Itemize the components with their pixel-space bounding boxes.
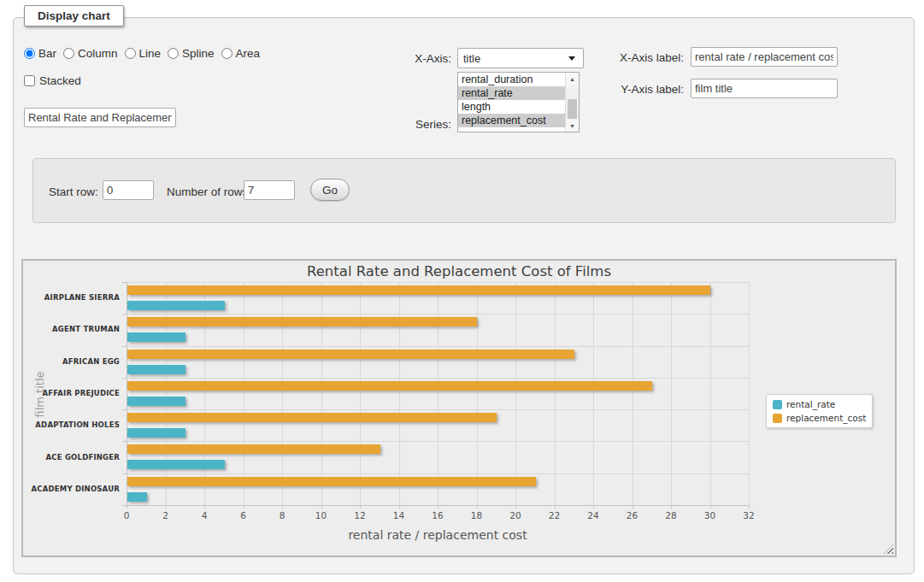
legend-item-replacement_cost[interactable]: replacement_cost: [773, 413, 866, 423]
series-option-rental_rate[interactable]: rental_rate: [458, 86, 565, 100]
radio-label: Line: [139, 47, 162, 60]
x-axis-label-label: X-Axis label:: [607, 51, 684, 64]
chart-title: Rental Rate and Replacement Cost of Film…: [23, 263, 895, 279]
chart-container: Rental Rate and Replacement Cost of Film…: [21, 259, 897, 557]
x-axis-line: [127, 505, 749, 506]
radio-label: Bar: [38, 47, 56, 60]
x-tick-label: 4: [202, 510, 208, 520]
start-row-label: Start row:: [49, 185, 98, 198]
chart-legend: rental_ratereplacement_cost: [766, 394, 873, 428]
grid-line-vertical: [749, 282, 750, 505]
bar-rental_rate: [127, 365, 185, 374]
series-option-replacement_cost[interactable]: replacement_cost: [458, 114, 565, 127]
grid-line-vertical: [515, 282, 516, 505]
grid-line-vertical: [593, 282, 594, 505]
scroll-up-icon[interactable]: ▲: [566, 73, 579, 85]
grid-line-horizontal: [127, 314, 749, 315]
y-axis-line: [127, 282, 127, 505]
radio-line-input[interactable]: [125, 48, 136, 59]
series-option-length[interactable]: length: [458, 100, 565, 114]
bar-rental_rate: [127, 460, 225, 469]
grid-line-horizontal: [127, 473, 749, 474]
bar-replacement_cost: [127, 413, 497, 422]
grid-line-horizontal: [127, 378, 749, 379]
category-label: AIRPLANE SIERRA: [24, 293, 120, 302]
scroll-down-icon[interactable]: ▼: [566, 120, 579, 132]
y-axis-title: film title: [33, 351, 46, 437]
bar-replacement_cost: [127, 444, 380, 454]
x-tick-label: 22: [549, 510, 560, 520]
bar-rental_rate: [127, 428, 185, 438]
chart-title-input[interactable]: [24, 108, 176, 127]
x-tick-label: 0: [124, 510, 130, 520]
bar-replacement_cost: [127, 350, 574, 359]
grid-line-vertical: [204, 282, 205, 505]
series-option-rental_duration[interactable]: rental_duration: [458, 73, 565, 86]
stacked-checkbox[interactable]: [24, 75, 35, 86]
category-label: AGENT TRUMAN: [24, 325, 120, 333]
series-list-label: Series:: [389, 118, 451, 131]
grid-line-vertical: [438, 282, 438, 505]
radio-label: Area: [236, 47, 261, 60]
x-tick-label: 2: [162, 510, 168, 520]
stacked-checkbox-row[interactable]: Stacked: [24, 74, 81, 87]
x-tick-label: 26: [627, 510, 638, 520]
radio-spline-input[interactable]: [168, 48, 179, 59]
legend-item-rental_rate[interactable]: rental_rate: [773, 399, 866, 409]
grid-line-vertical: [244, 282, 244, 505]
x-tick-label: 14: [393, 510, 404, 520]
grid-line-vertical: [633, 282, 633, 505]
category-label: ACADEMY DINOSAUR: [24, 485, 120, 493]
grid-line-vertical: [555, 282, 556, 505]
bar-replacement_cost: [127, 285, 710, 295]
chevron-down-icon: [568, 56, 575, 61]
chart-type-radio-group: BarColumnLineSplineArea: [24, 47, 267, 60]
y-axis-label-input[interactable]: [691, 79, 838, 98]
grid-line-vertical: [321, 282, 322, 505]
bar-replacement_cost: [127, 317, 477, 326]
chart-area: Rental Rate and Replacement Cost of Film…: [23, 261, 895, 556]
radio-bar-input[interactable]: [24, 48, 35, 59]
fieldset-legend: Display chart: [24, 5, 124, 26]
stacked-label: Stacked: [39, 74, 81, 87]
radio-line[interactable]: Line: [125, 47, 162, 60]
legend-label: replacement_cost: [786, 413, 866, 423]
row-range-panel: [32, 158, 896, 223]
x-tick-label: 10: [315, 510, 327, 520]
series-multiselect[interactable]: rental_durationrental_ratelengthreplacem…: [457, 72, 580, 132]
radio-column[interactable]: Column: [63, 47, 118, 60]
x-axis-selected-value: title: [463, 52, 480, 65]
go-button[interactable]: Go: [310, 179, 350, 201]
category-label: ACE GOLDFINGER: [24, 453, 120, 461]
bar-rental_rate: [127, 332, 185, 342]
radio-bar[interactable]: Bar: [24, 47, 56, 60]
grid-line-vertical: [360, 282, 361, 505]
grid-line-vertical: [282, 282, 283, 505]
x-tick-label: 6: [240, 510, 246, 520]
radio-column-input[interactable]: [63, 48, 74, 59]
x-tick-label: 16: [432, 510, 443, 520]
scroll-thumb[interactable]: [568, 99, 577, 119]
series-list-scrollbar[interactable]: ▲ ▼: [565, 73, 579, 132]
grid-line-horizontal: [127, 409, 749, 410]
x-tick-label: 30: [704, 510, 715, 520]
bar-replacement_cost: [127, 381, 652, 391]
radio-area-input[interactable]: [221, 48, 232, 59]
grid-line-vertical: [710, 282, 711, 505]
number-of-rows-input[interactable]: [244, 180, 295, 200]
x-tick-label: 18: [471, 510, 482, 520]
number-of-rows-label: Number of rows:: [167, 185, 251, 198]
radio-spline[interactable]: Spline: [168, 47, 215, 60]
x-axis-label-input[interactable]: [691, 47, 838, 67]
radio-area[interactable]: Area: [221, 47, 261, 60]
x-axis-select[interactable]: title: [457, 48, 584, 68]
x-tick-label: 24: [587, 510, 598, 520]
legend-label: rental_rate: [786, 399, 835, 409]
x-tick-label: 12: [354, 510, 365, 520]
bar-replacement_cost: [127, 477, 536, 486]
page: Display chart BarColumnLineSplineArea St…: [0, 0, 924, 582]
bar-rental_rate: [127, 492, 147, 502]
legend-swatch-icon: [773, 400, 782, 409]
bar-rental_rate: [127, 301, 225, 310]
start-row-input[interactable]: [103, 180, 154, 200]
